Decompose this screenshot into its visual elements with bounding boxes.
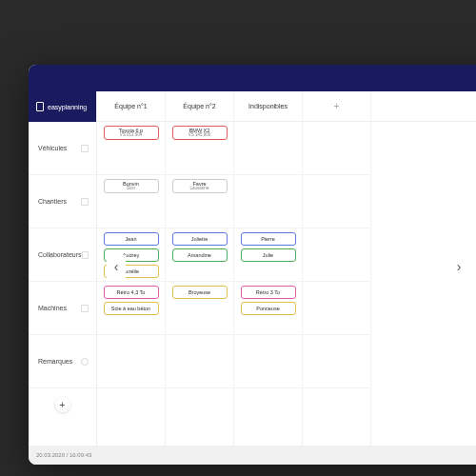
chip-machine[interactable]: Broyeuse (172, 286, 228, 299)
sidebar-label: Collaborateurs (38, 251, 82, 258)
content-area: easyplanning Véhicules Chantiers Collabo… (29, 91, 476, 446)
cell-machines-3[interactable]: Rétro 3 To Ponceuse (234, 282, 302, 335)
planning-grid: Équipe n°1 Équipe n°2 Indisponibles + To… (97, 91, 476, 446)
grid-col-2: BMW X2 VS 345 906 Favre Lausanne Juliett… (166, 122, 234, 446)
sidebar-label: Machines (38, 305, 67, 311)
sidebar-row-vehicules[interactable]: Véhicules (29, 122, 96, 175)
sidebar-row-machines[interactable]: Machines (29, 282, 96, 335)
chip-sub: VS 345 906 (188, 133, 211, 138)
grid-col-4 (303, 122, 371, 446)
chip-title: Ponceuse (256, 306, 279, 311)
chip-collab[interactable]: Jean (104, 232, 159, 246)
grid-col-3: Pierre Julie Rétro 3 To Ponceuse (234, 122, 303, 446)
cell-chantiers-1[interactable]: Bonvin Sion (97, 175, 165, 228)
chip-sub: Lausanne (190, 187, 209, 191)
brand-label: easyplanning (48, 104, 87, 110)
col-header-team1[interactable]: Équipe n°1 (97, 91, 166, 121)
chip-title: Scie à eau béton (111, 306, 150, 311)
chip-chantier[interactable]: Favre Lausanne (172, 179, 228, 193)
cell-vehicules-1[interactable]: Toyota 6 p VS 013 904 (97, 122, 165, 175)
sidebar-label: Véhicules (38, 145, 67, 151)
grid-body: Toyota 6 p VS 013 904 Bonvin Sion Jean A… (97, 122, 476, 446)
chip-vehicle[interactable]: BMW X2 VS 345 906 (172, 126, 228, 140)
cell-empty[interactable] (303, 175, 370, 228)
site-icon (81, 198, 89, 206)
column-headers: Équipe n°1 Équipe n°2 Indisponibles + (97, 91, 476, 122)
cell-collab-2[interactable]: Juliette Amandine (166, 228, 233, 282)
chat-icon (81, 358, 89, 366)
chip-title: Rétro 4,3 To (117, 289, 146, 295)
chip-collab[interactable]: Pierre (241, 232, 296, 246)
brand: easyplanning (29, 91, 96, 122)
cell-empty[interactable] (303, 228, 370, 282)
chip-title: Amandine (188, 252, 211, 258)
chip-title: Pierre (261, 236, 275, 242)
sidebar-label: Remarques (38, 358, 72, 365)
col-header-team2[interactable]: Équipe n°2 (166, 91, 234, 121)
chip-machine[interactable]: Ponceuse (241, 302, 296, 315)
cell-chantiers-2[interactable]: Favre Lausanne (166, 175, 233, 228)
chip-sub: Sion (127, 187, 135, 191)
chip-title: Broyeuse (188, 289, 210, 295)
grid-col-1: Toyota 6 p VS 013 904 Bonvin Sion Jean A… (97, 122, 166, 446)
chip-machine[interactable]: Rétro 3 To (241, 286, 296, 299)
chip-title: Jean (126, 236, 137, 242)
cell-chantiers-3[interactable] (234, 175, 302, 228)
chip-collab[interactable]: Juliette (172, 232, 228, 246)
chip-title: Julie (263, 252, 273, 258)
chip-title: Rétro 3 To (256, 289, 280, 295)
people-icon (82, 251, 89, 259)
sidebar-row-chantiers[interactable]: Chantiers (29, 175, 96, 228)
scroll-left-button[interactable]: ‹ (107, 255, 126, 278)
app-window: prévisualiser easyplanning Véhicules Cha… (29, 65, 476, 465)
cell-empty[interactable] (303, 122, 370, 175)
cell-remarques-1[interactable] (97, 335, 165, 388)
cell-empty[interactable] (303, 282, 370, 335)
titlebar: prévisualiser (29, 65, 476, 91)
timestamp: 20.03.2020 / 16:09:43 (36, 452, 91, 458)
sidebar-row-remarques[interactable]: Remarques (29, 335, 96, 388)
cell-remarques-3[interactable] (234, 335, 302, 388)
sidebar-label: Chantiers (38, 198, 67, 205)
col-header-unavailable[interactable]: Indisponibles (234, 91, 303, 121)
sidebar-add-row: + (29, 388, 96, 421)
add-row-button[interactable]: + (55, 397, 70, 412)
gear-icon (81, 305, 89, 312)
sidebar-row-collaborateurs[interactable]: Collaborateurs (29, 228, 96, 282)
sidebar: easyplanning Véhicules Chantiers Collabo… (29, 91, 97, 446)
cell-machines-1[interactable]: Rétro 4,3 To Scie à eau béton (97, 282, 165, 335)
calendar-icon (36, 102, 44, 111)
cell-machines-2[interactable]: Broyeuse (166, 282, 233, 335)
chip-title: Juliette (191, 236, 208, 242)
cell-vehicules-2[interactable]: BMW X2 VS 345 906 (166, 122, 233, 175)
scroll-right-button[interactable]: › (449, 255, 468, 278)
car-icon (81, 145, 89, 152)
cell-empty[interactable] (303, 335, 370, 388)
chip-collab[interactable]: Amandine (172, 248, 228, 262)
chip-machine[interactable]: Scie à eau béton (104, 302, 159, 315)
footer: 20.03.2020 / 16:09:43 (29, 446, 476, 465)
cell-remarques-2[interactable] (166, 335, 233, 388)
add-column-button[interactable]: + (303, 91, 371, 121)
chip-chantier[interactable]: Bonvin Sion (104, 179, 159, 193)
cell-collab-3[interactable]: Pierre Julie (234, 228, 302, 282)
chip-machine[interactable]: Rétro 4,3 To (104, 286, 159, 299)
chip-sub: VS 013 904 (120, 133, 143, 138)
cell-vehicules-3[interactable] (234, 122, 302, 175)
chip-vehicle[interactable]: Toyota 6 p VS 013 904 (104, 126, 159, 140)
chip-collab[interactable]: Julie (241, 248, 296, 262)
